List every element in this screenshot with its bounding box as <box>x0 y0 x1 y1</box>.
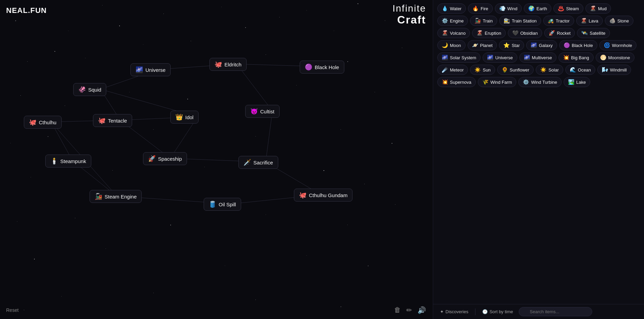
items-grid: 💧Water🔥Fire💨Wind🌍Earth♨️Steam🌋Mud⚙️Engin… <box>433 0 644 304</box>
star <box>307 10 307 11</box>
item-chip[interactable]: ☄️Meteor <box>437 65 468 75</box>
item-emoji: 🌙 <box>442 42 448 48</box>
item-label: Volcano <box>450 31 466 36</box>
node-label-cthulhu_gundam: Cthulhu Gundam <box>309 192 347 198</box>
star <box>112 170 113 171</box>
craft-node-oil_spill[interactable]: 🛢️Oil Spill <box>204 198 241 211</box>
speaker-icon[interactable]: 🔊 <box>418 306 426 314</box>
node-emoji-steam_engine: 🚂 <box>95 193 102 200</box>
search-input[interactable] <box>519 307 592 316</box>
star <box>34 259 35 259</box>
star <box>143 44 143 45</box>
item-chip[interactable]: 🌋Mud <box>585 3 611 14</box>
craft-node-tentacle[interactable]: 🐙Tentacle <box>93 114 132 127</box>
item-chip[interactable]: 🟣Black Hole <box>559 40 597 50</box>
item-label: Wind <box>507 6 518 11</box>
item-chip[interactable]: 🛰️Satellite <box>577 28 610 38</box>
item-chip[interactable]: 💨Wind <box>495 3 522 14</box>
discoveries-button[interactable]: ✦ Discoveries <box>437 308 471 316</box>
item-label: Wind Farm <box>490 80 512 85</box>
craft-node-black_hole[interactable]: 🟣Black Hole <box>300 61 344 74</box>
star <box>119 26 120 26</box>
discoveries-label: Discoveries <box>445 309 468 314</box>
node-label-spaceship: Spaceship <box>158 156 182 162</box>
item-emoji: 🟣 <box>564 42 570 48</box>
item-chip[interactable]: 🌬️Windmill <box>597 65 631 75</box>
item-chip[interactable]: 🚀Rocket <box>544 28 575 38</box>
trash-icon[interactable]: 🗑 <box>394 306 401 314</box>
item-chip[interactable]: 🌕Moonstone <box>596 52 634 63</box>
craft-node-steampunk[interactable]: 🕯️Steampunk <box>45 155 91 168</box>
item-chip[interactable]: 🏞️Lake <box>564 77 590 87</box>
craft-node-eldritch[interactable]: 🐙Eldritch <box>209 58 247 71</box>
item-chip[interactable]: 🌌Multiverse <box>519 52 556 63</box>
node-emoji-sacrifice: 🗡️ <box>244 159 251 166</box>
item-chip[interactable]: 🌍Earth <box>524 3 551 14</box>
item-label: Star <box>512 43 520 48</box>
item-emoji: ⚙️ <box>442 18 448 24</box>
item-chip[interactable]: ⚙️Engine <box>437 16 468 26</box>
star <box>170 225 171 225</box>
item-label: Wormhole <box>612 43 632 48</box>
item-chip[interactable]: 🌊Ocean <box>565 65 595 75</box>
craft-node-universe[interactable]: 🌌Universe <box>130 63 171 76</box>
pencil-icon[interactable]: ✏ <box>406 306 412 314</box>
item-label: Obsidian <box>520 31 538 36</box>
item-emoji: 🌌 <box>487 54 493 61</box>
item-chip[interactable]: 💧Water <box>437 3 466 14</box>
item-emoji: 🪐 <box>472 42 478 48</box>
node-emoji-black_hole: 🟣 <box>305 63 312 71</box>
item-chip[interactable]: ♨️Steam <box>553 3 583 14</box>
craft-node-sacrifice[interactable]: 🗡️Sacrifice <box>238 156 278 169</box>
star <box>358 3 358 4</box>
sort-button[interactable]: 🕐 Sort by time <box>480 308 516 316</box>
item-chip[interactable]: 🚂Train <box>470 16 497 26</box>
item-emoji: 🌋 <box>581 18 587 24</box>
item-chip[interactable]: ☀️Solar <box>536 65 563 75</box>
item-chip[interactable]: 💥Big Bang <box>559 52 594 63</box>
item-chip[interactable]: 🚉Train Station <box>499 16 541 26</box>
item-label: Earth <box>536 6 547 11</box>
item-label: Steam <box>566 6 579 11</box>
item-chip[interactable]: 🌋Volcano <box>437 28 470 38</box>
item-chip[interactable]: ⚙️Wind Turbine <box>518 77 562 87</box>
node-emoji-cthulhu_gundam: 🐙 <box>299 191 307 199</box>
item-chip[interactable]: ⭐Star <box>499 40 524 50</box>
item-chip[interactable]: 🌻Sunflower <box>497 65 534 75</box>
item-chip[interactable]: 🖤Obsidian <box>508 28 542 38</box>
star <box>334 31 334 31</box>
item-chip[interactable]: 🚜Tractor <box>543 16 574 26</box>
craft-node-steam_engine[interactable]: 🚂Steam Engine <box>90 190 142 203</box>
item-chip[interactable]: 🌋Lava <box>576 16 603 26</box>
star <box>324 170 324 171</box>
craft-node-spaceship[interactable]: 🚀Spaceship <box>143 152 187 165</box>
item-label: Sun <box>483 67 490 73</box>
craft-node-squid[interactable]: 🦑Squid <box>73 83 106 96</box>
item-label: Train <box>483 18 492 23</box>
item-chip[interactable]: 💥Supernova <box>437 77 476 87</box>
item-chip[interactable]: 🌾Wind Farm <box>478 77 517 87</box>
reset-button[interactable]: Reset <box>6 307 19 313</box>
item-chip[interactable]: 🌌Solar System <box>437 52 481 63</box>
node-emoji-steampunk: 🕯️ <box>50 157 58 165</box>
star <box>347 61 348 62</box>
item-chip[interactable]: 🌌Universe <box>483 52 517 63</box>
item-chip[interactable]: 🌙Moon <box>437 40 466 50</box>
craft-node-cthulhu[interactable]: 🐙Cthulhu <box>24 116 62 129</box>
node-label-steam_engine: Steam Engine <box>105 194 137 200</box>
canvas-area: 🌌Universe🐙Eldritch🟣Black Hole🦑Squid😈Cult… <box>0 0 433 319</box>
craft-node-cthulhu_gundam[interactable]: 🐙Cthulhu Gundam <box>294 189 352 202</box>
craft-node-idol[interactable]: 👑Idol <box>170 111 199 124</box>
item-chip[interactable]: ☀️Sun <box>470 65 495 75</box>
item-chip[interactable]: 🌀Wormhole <box>599 40 637 50</box>
item-chip[interactable]: 🪨Stone <box>605 16 633 26</box>
craft-node-cultist[interactable]: 😈Cultist <box>245 105 280 118</box>
item-chip[interactable]: 🌌Galaxy <box>526 40 557 50</box>
star <box>75 218 75 218</box>
item-chip[interactable]: 🪐Planet <box>468 40 497 50</box>
item-chip[interactable]: 🌋Eruption <box>472 28 505 38</box>
item-chip[interactable]: 🔥Fire <box>468 3 492 14</box>
item-label: Galaxy <box>539 43 552 48</box>
star <box>255 136 256 137</box>
node-emoji-oil_spill: 🛢️ <box>209 201 216 208</box>
